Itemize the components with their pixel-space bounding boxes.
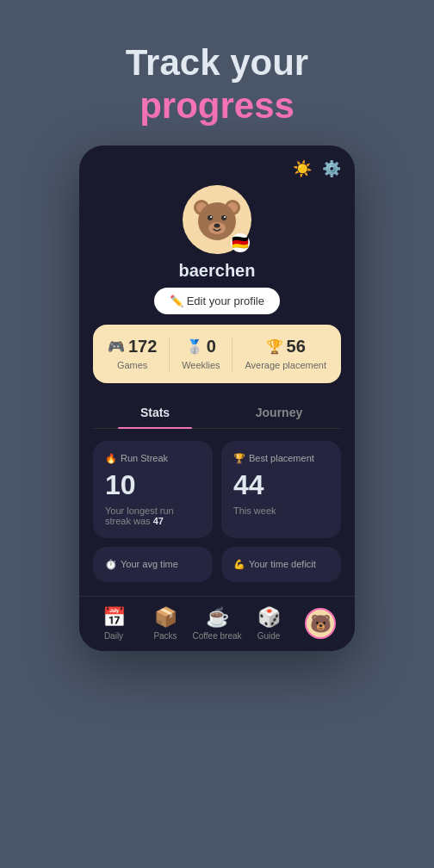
timer-icon: ⏱️: [105, 559, 117, 570]
tab-stats[interactable]: Stats: [93, 397, 217, 428]
weeklies-icon: 🥈: [186, 338, 203, 355]
tabs-section: Stats Journey: [93, 397, 341, 429]
games-value: 172: [128, 337, 157, 356]
nav-coffee[interactable]: ☕ Coffee break: [191, 606, 243, 641]
stats-cards: 🔥 Run Streak 10 Your longest run streak …: [93, 441, 341, 582]
stat-divider-2: [232, 337, 232, 371]
daily-icon: 📅: [102, 606, 126, 629]
placement-label: Average placement: [245, 360, 326, 370]
daily-label: Daily: [104, 631, 123, 641]
coffee-label: Coffee break: [192, 631, 241, 641]
hero-title-line2: progress: [140, 84, 294, 127]
packs-icon: 📦: [154, 606, 177, 629]
best-placement-sub: This week: [233, 505, 329, 516]
nav-packs[interactable]: 📦 Packs: [140, 606, 191, 641]
best-placement-label: 🏆 Best placement: [233, 453, 329, 464]
games-label: Games: [117, 360, 147, 370]
placement-value: 56: [287, 337, 306, 356]
packs-label: Packs: [153, 631, 177, 641]
avatar-container: 🇩🇪: [183, 185, 251, 254]
time-deficit-label: 💪 Your time deficit: [233, 559, 329, 570]
nav-guide[interactable]: 🎲 Guide: [243, 606, 294, 641]
card-top-icons: ☀️ ⚙️: [93, 159, 341, 178]
flag-badge: 🇩🇪: [231, 233, 250, 252]
guide-label: Guide: [257, 631, 281, 641]
muscle-icon: 💪: [233, 559, 245, 570]
placement-icon: 🏆: [266, 338, 283, 355]
coffee-icon: ☕: [206, 606, 229, 629]
settings-icon[interactable]: ⚙️: [322, 159, 341, 178]
avg-time-card: ⏱️ Your avg time: [93, 547, 213, 582]
brightness-icon[interactable]: ☀️: [293, 159, 312, 178]
bottom-nav: 📅 Daily 📦 Packs ☕ Coffee break 🎲 Guide 🐻: [79, 596, 355, 651]
hero-section: Track your progress: [0, 0, 434, 146]
guide-icon: 🎲: [257, 606, 281, 629]
svg-point-8: [210, 216, 212, 218]
games-stat: 🎮 172 Games: [108, 337, 157, 370]
weeklies-value: 0: [207, 337, 216, 356]
phone-card: ☀️ ⚙️: [79, 146, 355, 651]
svg-point-10: [214, 223, 220, 227]
run-streak-sub: Your longest run streak was 47: [105, 505, 201, 526]
hero-title-line1: Track your: [126, 41, 308, 84]
svg-point-4: [198, 202, 236, 240]
best-placement-value: 44: [233, 471, 329, 499]
profile-section: 🇩🇪 baerchen ✏️ Edit your profile: [93, 185, 341, 314]
weeklies-label: Weeklies: [182, 360, 220, 370]
run-streak-value: 10: [105, 471, 201, 499]
nav-profile[interactable]: 🐻: [294, 608, 346, 639]
svg-point-6: [208, 215, 213, 220]
games-icon: 🎮: [108, 338, 125, 355]
username: baerchen: [179, 261, 256, 281]
edit-profile-button[interactable]: ✏️ Edit your profile: [154, 288, 280, 314]
svg-point-7: [221, 215, 226, 220]
fire-icon: 🔥: [105, 453, 117, 464]
stat-divider-1: [169, 337, 170, 371]
stats-banner: 🎮 172 Games 🥈 0 Weeklies 🏆 56 Average pl…: [93, 325, 341, 383]
avg-time-label: ⏱️ Your avg time: [105, 559, 201, 570]
nav-daily[interactable]: 📅 Daily: [88, 606, 140, 641]
time-deficit-card: 💪 Your time deficit: [221, 547, 341, 582]
run-streak-card: 🔥 Run Streak 10 Your longest run streak …: [93, 441, 213, 538]
tab-journey[interactable]: Journey: [217, 397, 341, 428]
stats-row-1: 🔥 Run Streak 10 Your longest run streak …: [93, 441, 341, 538]
weeklies-stat: 🥈 0 Weeklies: [182, 337, 220, 370]
nav-avatar: 🐻: [305, 608, 336, 639]
stats-row-2: ⏱️ Your avg time 💪 Your time deficit: [93, 547, 341, 582]
best-placement-card: 🏆 Best placement 44 This week: [221, 441, 341, 538]
svg-point-9: [224, 216, 226, 218]
trophy-icon: 🏆: [233, 453, 245, 464]
placement-stat: 🏆 56 Average placement: [245, 337, 326, 370]
run-streak-label: 🔥 Run Streak: [105, 453, 201, 464]
